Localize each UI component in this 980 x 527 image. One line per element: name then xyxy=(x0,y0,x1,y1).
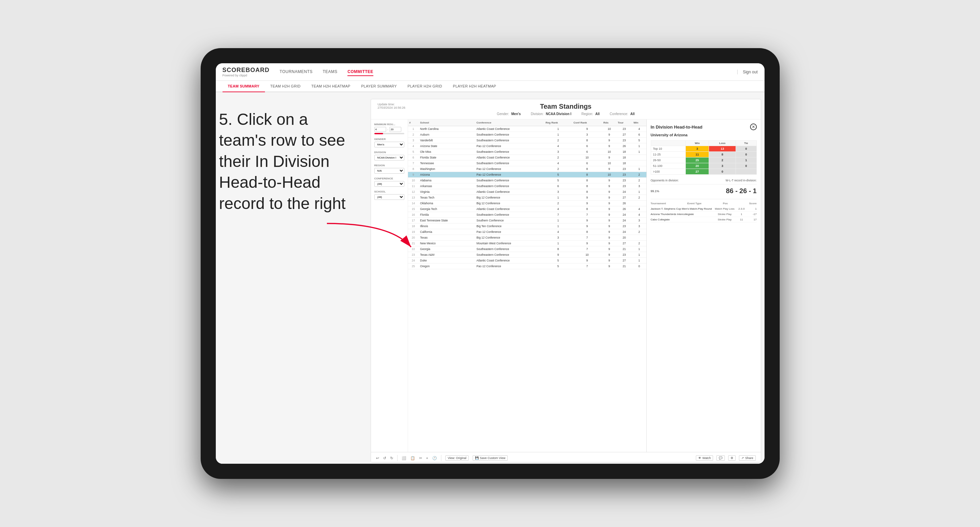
main-content: 5. Click on a team's row to see their In… xyxy=(216,92,765,464)
sub-nav: TEAM SUMMARY TEAM H2H GRID TEAM H2H HEAT… xyxy=(216,81,765,92)
cell-win: 1 xyxy=(632,149,646,155)
add-button[interactable]: + xyxy=(426,456,428,460)
table-row[interactable]: 15 Georgia Tech Atlantic Coast Conferenc… xyxy=(408,206,646,212)
table-row[interactable]: 3 Vanderbilt Southeastern Conference 2 8… xyxy=(408,138,646,143)
h2h-panel: In Division Head-to-Head ✕ University of… xyxy=(646,119,761,452)
cell-conf-rank: 7 xyxy=(572,212,602,218)
table-row[interactable]: 23 Texas A&M Southeastern Conference 9 1… xyxy=(408,252,646,258)
cell-school: Georgia Tech xyxy=(419,206,476,212)
table-row[interactable]: 16 Florida Southeastern Conference 7 7 9… xyxy=(408,212,646,218)
table-row[interactable]: 14 Oklahoma Big 12 Conference 2 9 9 26 xyxy=(408,200,646,206)
sub-nav-player-h2h-grid[interactable]: PLAYER H2H GRID xyxy=(402,81,448,92)
cut-button[interactable]: ✂ xyxy=(419,456,422,460)
sign-out-link[interactable]: Sign out xyxy=(737,70,757,75)
h2h-close-button[interactable]: ✕ xyxy=(750,124,757,130)
save-custom-button[interactable]: 💾 Save Custom View xyxy=(473,455,508,461)
cell-win: 4 xyxy=(632,206,646,212)
gender-select[interactable]: Men's Women's xyxy=(374,142,404,148)
history-button[interactable]: 🕐 xyxy=(432,456,437,460)
h2h-win-51-100: 20 xyxy=(686,163,709,169)
cell-conf-rank: 9 xyxy=(572,200,602,206)
sub-nav-player-h2h-heatmap[interactable]: PLAYER H2H HEATMAP xyxy=(447,81,501,92)
max-rounds-input[interactable] xyxy=(390,127,401,132)
table-row[interactable]: 25 Oregon Pac-12 Conference 5 7 9 21 0 xyxy=(408,264,646,269)
cell-reg-rank: 2 xyxy=(544,155,572,160)
table-row[interactable]: 13 Texas Tech Big 12 Conference 1 9 9 27… xyxy=(408,195,646,200)
table-row[interactable]: 7 Tennessee Southeastern Conference 4 6 … xyxy=(408,160,646,166)
paste-button[interactable]: 📋 xyxy=(410,456,415,460)
cell-school: Illinois xyxy=(419,224,476,229)
table-row[interactable]: 17 East Tennessee State Southern Confere… xyxy=(408,218,646,224)
cell-tour: 23 xyxy=(616,224,632,229)
region-select[interactable]: N/A East West xyxy=(374,168,404,174)
school-select[interactable]: (All) xyxy=(374,194,404,200)
filter-min-rounds: Minimum Rou... - xyxy=(374,123,404,134)
cell-tour: 27 xyxy=(616,241,632,246)
nav-committee[interactable]: COMMITTEE xyxy=(347,68,373,76)
tournament-col-type: Event Type xyxy=(687,202,702,205)
copy-button[interactable]: ⬜ xyxy=(402,456,406,460)
table-row[interactable]: 12 Virginia Atlantic Coast Conference 3 … xyxy=(408,189,646,195)
table-row[interactable]: 8 Washington Pac-12 Conference 2 8 9 23 … xyxy=(408,166,646,172)
table-row[interactable]: 11 Arkansas Southeastern Conference 6 8 … xyxy=(408,183,646,189)
cell-rds: 10 xyxy=(602,149,616,155)
cell-conf-rank: 8 xyxy=(572,172,602,178)
tournament-type-1: Match Play Loss xyxy=(713,207,737,210)
redo-button[interactable]: ↻ xyxy=(390,456,393,460)
filters-sidebar: Minimum Rou... - Gender xyxy=(371,119,408,452)
region-sidebar-label: Region xyxy=(374,164,404,167)
cell-school: New Mexico xyxy=(419,241,476,246)
sub-nav-team-h2h-grid[interactable]: TEAM H2H GRID xyxy=(265,81,306,92)
cell-tour: 24 xyxy=(616,212,632,218)
share-button[interactable]: ↗ Share xyxy=(739,455,756,461)
cell-school: Ole Miss xyxy=(419,149,476,155)
share-icon: ↗ xyxy=(741,456,744,460)
watch-button[interactable]: 👁 Watch xyxy=(696,455,713,461)
division-select[interactable]: NCAA Division I NCAA Division II xyxy=(374,155,404,160)
h2h-win-26-50: 25 xyxy=(686,157,709,163)
table-row[interactable]: 22 Georgia Southeastern Conference 8 7 9… xyxy=(408,246,646,252)
cell-rds: 9 xyxy=(602,218,616,224)
toolbar-sep-1 xyxy=(397,455,398,461)
cell-school: Arizona xyxy=(419,172,476,178)
cell-win: 2 xyxy=(632,195,646,200)
cell-tour: 18 xyxy=(616,160,632,166)
update-time-value: 27/03/2024 16:56:26 xyxy=(378,106,418,110)
cell-rds: 9 xyxy=(602,183,616,189)
options-button[interactable]: ⚙ xyxy=(728,455,736,461)
cell-reg-rank: 8 xyxy=(544,246,572,252)
cell-win: 1 xyxy=(632,246,646,252)
cell-conf-rank: 7 xyxy=(572,235,602,241)
table-row[interactable]: 20 Texas Big 12 Conference 3 7 9 20 xyxy=(408,235,646,241)
tournament-section: Tournament Event Type Pos Score Jackson … xyxy=(651,199,757,222)
conference-select[interactable]: (All) ACC SEC xyxy=(374,181,404,187)
feedback-button[interactable]: 💬 xyxy=(716,455,725,461)
table-row[interactable]: 9 Arizona Pac-12 Conference 5 8 10 23 2 xyxy=(408,172,646,178)
nav-tournaments[interactable]: TOURNAMENTS xyxy=(280,68,313,76)
sub-nav-team-summary[interactable]: TEAM SUMMARY xyxy=(223,81,265,92)
cell-conference: Atlantic Coast Conference xyxy=(475,258,544,264)
table-row[interactable]: 24 Duke Atlantic Coast Conference 5 9 9 … xyxy=(408,258,646,264)
view-original-button[interactable]: View: Original xyxy=(445,455,469,461)
table-row[interactable]: 21 New Mexico Mountain West Conference 1… xyxy=(408,241,646,246)
table-row[interactable]: 5 Ole Miss Southeastern Conference 3 6 1… xyxy=(408,149,646,155)
table-row[interactable]: 1 North Carolina Atlantic Coast Conferen… xyxy=(408,126,646,132)
table-row[interactable]: 10 Alabama Southeastern Conference 5 8 9… xyxy=(408,178,646,183)
back-button[interactable]: ↺ xyxy=(383,456,386,460)
table-row[interactable]: 6 Florida State Atlantic Coast Conferenc… xyxy=(408,155,646,160)
nav-teams[interactable]: TEAMS xyxy=(323,68,337,76)
table-row[interactable]: 4 Arizona State Pac-12 Conference 4 6 9 … xyxy=(408,143,646,149)
table-area[interactable]: # School Conference Reg Rank Conf Rank R… xyxy=(408,119,646,452)
cell-reg-rank: 5 xyxy=(544,258,572,264)
h2h-row-top10: Top 10 3 13 0 xyxy=(651,146,756,152)
cell-rds: 10 xyxy=(602,172,616,178)
table-row[interactable]: 2 Auburn Southeastern Conference 1 3 9 2… xyxy=(408,132,646,138)
undo-button[interactable]: ↩ xyxy=(376,456,379,460)
sub-nav-player-summary[interactable]: PLAYER SUMMARY xyxy=(356,81,402,92)
sub-nav-team-h2h-heatmap[interactable]: TEAM H2H HEATMAP xyxy=(306,81,356,92)
table-row[interactable]: 19 California Pac-12 Conference 4 8 9 24… xyxy=(408,229,646,235)
table-row[interactable]: 18 Illinois Big Ten Conference 1 9 9 23 … xyxy=(408,224,646,229)
cell-rds: 9 xyxy=(602,189,616,195)
min-rounds-input[interactable] xyxy=(374,127,386,132)
tournament-col-pos: Pos xyxy=(723,202,728,205)
